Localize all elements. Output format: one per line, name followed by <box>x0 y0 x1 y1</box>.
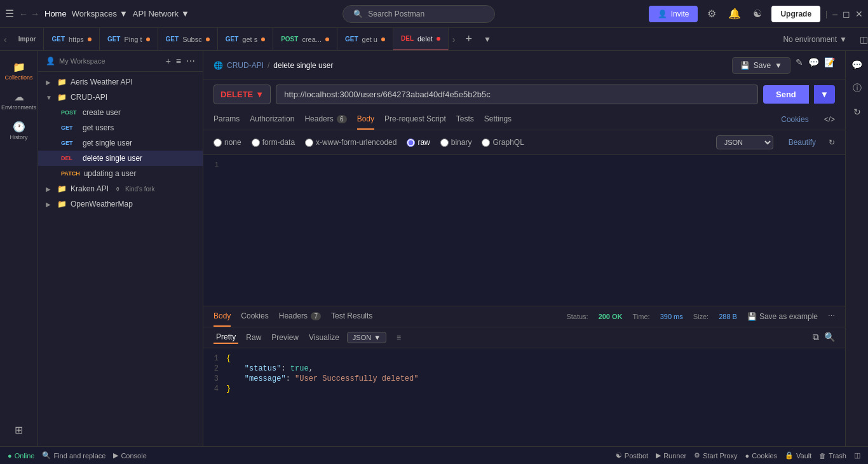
info-sidebar-icon[interactable]: ⓘ <box>849 79 865 98</box>
resp-tab-testresults[interactable]: Test Results <box>331 306 372 327</box>
tab-delete[interactable]: DEL delet <box>393 28 449 51</box>
workspaces-btn[interactable]: Workspaces ▼ <box>72 9 128 18</box>
url-input[interactable] <box>276 85 758 104</box>
code-view-icon[interactable]: </> <box>824 115 835 124</box>
trash-button[interactable]: 🗑 Trash <box>819 452 846 460</box>
tree-item-get-users[interactable]: GET get users <box>38 120 203 135</box>
resp-tab-headers[interactable]: Headers 7 <box>279 306 321 327</box>
tab-settings[interactable]: Settings <box>484 109 512 130</box>
tab-prerequest[interactable]: Pre-request Script <box>384 109 446 130</box>
back-arrow[interactable]: ← <box>19 9 28 19</box>
start-proxy-button[interactable]: ⚙ Start Proxy <box>694 451 737 460</box>
send-button[interactable]: Send <box>763 85 809 104</box>
sidebar-item-collections[interactable]: 📁 Collections <box>0 56 37 86</box>
close-icon[interactable]: ✕ <box>855 9 863 19</box>
env-selector[interactable]: No environment ▼ <box>775 35 855 44</box>
home-link[interactable]: Home <box>44 9 67 18</box>
sidebar-item-environments[interactable]: ☁ Environments <box>0 86 37 116</box>
radio-urlencoded[interactable]: x-www-form-urlencoded <box>305 138 397 147</box>
json-format-selector[interactable]: JSON Text JavaScript HTML XML <box>716 135 773 149</box>
tab-prev-icon[interactable]: ‹ <box>0 34 11 44</box>
tree-item-kraken[interactable]: ▶ 📁 Kraken API ⚱ Kind's fork <box>38 181 203 196</box>
radio-graphql[interactable]: GraphQL <box>482 138 524 147</box>
resp-tab-body[interactable]: Body <box>214 306 231 327</box>
layout-icon[interactable]: ◫ <box>854 451 860 460</box>
console-button[interactable]: ▶ Console <box>113 451 146 460</box>
search-input[interactable]: 🔍 Search Postman <box>342 5 495 23</box>
env-icon[interactable]: ◫ <box>860 34 868 44</box>
comment-sidebar-icon[interactable]: 💬 <box>848 56 866 74</box>
radio-form-data[interactable]: form-data <box>252 138 295 147</box>
radio-binary[interactable]: binary <box>440 138 472 147</box>
edit-icon[interactable]: ✎ <box>796 57 803 74</box>
tab-ping[interactable]: GET Ping t <box>100 28 158 51</box>
code-editor[interactable]: 1 <box>203 155 845 306</box>
tab-add-icon[interactable]: + <box>459 32 479 46</box>
tree-item-aeris[interactable]: ▶ 📁 Aeris Weather API <box>38 74 203 90</box>
comment-icon[interactable]: 💬 <box>808 57 819 74</box>
breadcrumb-api-link[interactable]: CRUD-API <box>227 61 264 70</box>
sidebar-item-history[interactable]: 🕐 History <box>0 116 37 146</box>
tab-params[interactable]: Params <box>214 109 240 130</box>
search-response-icon[interactable]: 🔍 <box>824 332 835 343</box>
sidebar-item-plus[interactable]: ⊞ <box>12 419 25 441</box>
tab-body[interactable]: Body <box>357 109 374 130</box>
radio-raw[interactable]: raw <box>407 138 430 147</box>
refresh-sidebar-icon[interactable]: ↻ <box>850 103 865 121</box>
save-button[interactable]: 💾 Save ▼ <box>732 57 790 74</box>
tab-get-user[interactable]: GET get u <box>337 28 393 51</box>
tab-next-icon[interactable]: › <box>449 34 459 44</box>
api-network-btn[interactable]: API Network ▼ <box>133 9 189 18</box>
menu-icon[interactable]: ☰ <box>5 8 14 20</box>
invite-button[interactable]: 👤 Invite <box>649 6 698 22</box>
tab-tests[interactable]: Tests <box>456 109 474 130</box>
forward-arrow[interactable]: → <box>31 9 39 19</box>
cookies-link[interactable]: Cookies <box>781 115 808 124</box>
save-example-button[interactable]: 💾 Save as example <box>747 312 818 321</box>
tab-gets[interactable]: GET get s <box>218 28 273 51</box>
beautify-button[interactable]: Beautify <box>789 138 816 147</box>
resp-more-icon[interactable]: ⋯ <box>828 312 835 320</box>
panel-sort-icon[interactable]: ≡ <box>176 56 181 66</box>
bell-icon[interactable]: 🔔 <box>726 5 743 23</box>
panel-more-icon[interactable]: ⋯ <box>186 56 195 66</box>
tab-subsc[interactable]: GET Subsc <box>158 28 218 51</box>
format-preview[interactable]: Preview <box>269 332 301 343</box>
tree-item-get-single-user[interactable]: GET get single user <box>38 135 203 151</box>
tab-headers[interactable]: Headers 6 <box>304 109 346 130</box>
tree-item-delete-single-user[interactable]: DEL delete single user <box>38 151 203 166</box>
radio-none[interactable]: none <box>214 138 241 147</box>
tab-dropdown-icon[interactable]: ▼ <box>478 35 496 44</box>
resp-tab-cookies[interactable]: Cookies <box>241 306 268 327</box>
panel-add-icon[interactable]: + <box>166 56 171 66</box>
vault-button[interactable]: 🔒 Vault <box>785 451 811 460</box>
minimize-icon[interactable]: – <box>832 9 837 19</box>
postbot-button[interactable]: ☯ Postbot <box>616 451 648 460</box>
tree-item-updating-user[interactable]: PATCH updating a user <box>38 166 203 181</box>
find-replace-button[interactable]: 🔍 Find and replace <box>42 451 105 460</box>
copy-icon[interactable]: ⧉ <box>813 332 819 343</box>
info-icon[interactable]: 📝 <box>824 57 835 74</box>
sidebar: 📁 Collections ☁ Environments 🕐 History ⊞ <box>0 51 38 446</box>
wrap-lines-icon[interactable]: ≡ <box>397 333 401 342</box>
cookies-bottom-button[interactable]: ● Cookies <box>745 452 777 460</box>
tree-item-openweather[interactable]: ▶ 📁 OpenWeatherMap <box>38 196 203 212</box>
format-raw[interactable]: Raw <box>243 332 264 343</box>
send-dropdown-icon[interactable]: ▼ <box>814 85 835 104</box>
tree-item-create-user[interactable]: POST create user <box>38 105 203 120</box>
tab-impor[interactable]: Impor <box>11 28 44 51</box>
tab-get-https[interactable]: GET https <box>44 28 99 51</box>
wrap-toggle-icon[interactable]: ↻ <box>829 138 835 147</box>
tab-post-create[interactable]: POST crea... <box>273 28 337 51</box>
format-visualize[interactable]: Visualize <box>306 332 342 343</box>
tree-item-crud-api[interactable]: ▼ 📁 CRUD-API <box>38 90 203 105</box>
restore-icon[interactable]: ◻ <box>843 9 850 19</box>
json-badge[interactable]: JSON ▼ <box>347 332 386 343</box>
loading-icon[interactable]: ☯ <box>749 5 766 23</box>
format-pretty[interactable]: Pretty <box>214 331 238 344</box>
settings-icon[interactable]: ⚙ <box>703 5 721 23</box>
upgrade-button[interactable]: Upgrade <box>771 6 820 22</box>
method-selector[interactable]: DELETE ▼ <box>214 85 271 104</box>
tab-authorization[interactable]: Authorization <box>250 109 294 130</box>
runner-button[interactable]: ▶ Runner <box>656 451 686 460</box>
